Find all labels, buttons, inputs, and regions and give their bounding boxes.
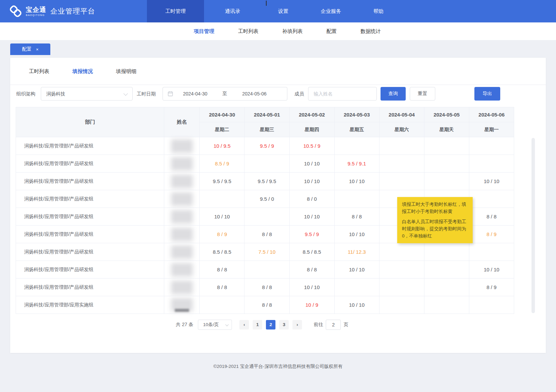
prev-page-button[interactable]: ‹	[239, 320, 249, 329]
main-nav: 工时管理通讯录设置企业服务帮助	[147, 0, 401, 22]
close-icon[interactable]: ×	[36, 47, 39, 52]
page-tab-config[interactable]: 配置 ×	[10, 43, 50, 55]
worktime-cell: 9.5 / 9.5	[245, 173, 289, 190]
table-row: 润扬科技/应用管理部/产品研发组8 / 88 / 810 / 1010 / 10	[16, 261, 514, 279]
blurred-name	[171, 228, 193, 241]
worktime-cell	[379, 261, 424, 279]
page-button-2[interactable]: 2	[266, 320, 275, 329]
nav-item-2[interactable]: 设置	[261, 0, 305, 22]
blurred-name-smudge	[175, 309, 189, 312]
copyright-footer: ©2019-2021 宝企通平台-深圳市吉祥信息科技有限公司版权所有	[0, 363, 556, 370]
goto-unit: 页	[343, 322, 348, 328]
brand: 宝企通 BAOQITONG	[8, 4, 46, 19]
name-cell	[164, 296, 200, 314]
date-start-value[interactable]: 2024-04-30	[173, 91, 217, 96]
table-scrollbar[interactable]	[532, 138, 535, 313]
total-count: 共 27 条	[176, 322, 193, 328]
worktime-cell	[379, 243, 424, 261]
member-label: 成员	[294, 87, 304, 101]
worktime-cell: 8.5 / 8.5	[289, 243, 334, 261]
export-button[interactable]: 导出	[474, 87, 500, 101]
department-cell: 润扬科技/应用管理部/产品研发组	[16, 261, 164, 279]
page-button-1[interactable]: 1	[253, 320, 262, 329]
rules-note-para1: 填报工时大于考勤时长标红，填报工时小于考勤时长标黄	[402, 201, 468, 215]
tab-0[interactable]: 工时列表	[29, 58, 49, 85]
department-cell: 润扬科技/应用管理部/产品研发组	[16, 190, 164, 208]
name-cell	[164, 261, 200, 279]
worktime-cell	[379, 296, 424, 314]
goto-page-input[interactable]	[326, 320, 341, 330]
weekday-column-header: 星期二	[200, 122, 245, 137]
reset-button[interactable]: 重置	[410, 87, 435, 101]
rules-note-para2: 白名单人员工时填报不受考勤工时规则影响，提交的考勤时间为0，不单独标红	[402, 218, 468, 239]
worktime-cell: 8 / 9	[200, 226, 245, 243]
nav-item-3[interactable]: 企业服务	[305, 0, 356, 22]
table-row: 润扬科技/应用管理部/产品研发组9.5 / 9.59.5 / 9.510 / 1…	[16, 173, 514, 190]
subnav-item-0[interactable]: 项目管理	[194, 22, 214, 40]
worktime-cell	[469, 190, 514, 208]
date-separator: 至	[217, 91, 232, 97]
tabs: 工时列表填报情况填报明细	[29, 58, 136, 85]
page-button-3[interactable]: 3	[279, 320, 289, 329]
org-select[interactable]: 润扬科技	[41, 87, 133, 101]
nav-item-4[interactable]: 帮助	[356, 0, 401, 22]
nav-item-1[interactable]: 通讯录	[204, 0, 261, 22]
worktime-cell: 10 / 10	[200, 208, 245, 226]
date-column-header: 2024-04-30	[200, 107, 245, 122]
department-column-header: 部门	[16, 107, 164, 137]
worktime-cell	[245, 155, 289, 173]
worktime-cell	[200, 190, 245, 208]
pager: ‹123›	[239, 320, 302, 329]
date-range-picker[interactable]: 2024-04-30 至 2024-05-06	[163, 87, 287, 101]
worktime-cell: 10 / 10	[289, 173, 334, 190]
worktime-cell: 8 / 8	[200, 279, 245, 296]
worktime-cell: 9.5 / 9.1	[334, 155, 379, 173]
weekday-column-header: 星期六	[379, 122, 424, 137]
member-name-input[interactable]	[308, 87, 377, 101]
top-navbar: 宝企通 BAOQITONG 企业管理平台 工时管理通讯录设置企业服务帮助	[0, 0, 556, 22]
weekday-column-header: 星期五	[334, 122, 379, 137]
table-row: 润扬科技/应用管理部/产品研发组8.5 / 910 / 109.5 / 9.1	[16, 155, 514, 173]
worktime-cell: 8 / 8	[245, 296, 289, 314]
nav-item-0[interactable]: 工时管理	[147, 0, 204, 22]
worktime-cell: 10 / 10	[334, 296, 379, 314]
search-button[interactable]: 查询	[381, 87, 406, 101]
weekday-column-header: 星期四	[289, 122, 334, 137]
subnav-item-4[interactable]: 数据统计	[360, 22, 381, 40]
department-cell: 润扬科技/应用管理部/产品研发组	[16, 208, 164, 226]
worktime-cell: 8 / 9	[469, 279, 514, 296]
worktime-cell: 8 / 9	[469, 226, 514, 243]
blurred-name	[171, 192, 193, 206]
weekday-column-header: 星期天	[424, 122, 469, 137]
worktime-cell	[334, 137, 379, 155]
blurred-name	[171, 175, 193, 188]
blurred-name	[171, 263, 193, 277]
subnav-item-1[interactable]: 工时列表	[238, 22, 258, 40]
goto-label: 前往	[314, 322, 323, 328]
worktime-cell	[379, 173, 424, 190]
worktime-cell	[469, 155, 514, 173]
filter-bar: 组织架构 润扬科技 工时日期 2024-04-30 至 2024-05-06 成…	[0, 87, 556, 101]
worktime-cell: 8.5 / 9	[200, 155, 245, 173]
subnav-item-2[interactable]: 补填列表	[282, 22, 303, 40]
logo-sub: BAOQITONG	[26, 14, 46, 16]
page-size-select[interactable]: 10条/页	[198, 320, 232, 330]
date-end-value[interactable]: 2024-05-06	[232, 91, 276, 96]
baoqitong-logo-icon	[8, 4, 23, 19]
weekday-column-header: 星期一	[469, 122, 514, 137]
next-page-button[interactable]: ›	[292, 320, 302, 329]
blurred-name	[171, 210, 193, 224]
secondary-nav: 项目管理工时列表补填列表配置数据统计	[0, 22, 556, 40]
worktime-cell	[379, 279, 424, 296]
subnav-item-3[interactable]: 配置	[326, 22, 337, 40]
name-column-header: 姓名	[164, 107, 200, 137]
date-column-header: 2024-05-02	[289, 107, 334, 122]
worktime-cell: 9.5 / 9.5	[200, 173, 245, 190]
worktime-cell	[424, 296, 469, 314]
weekday-column-header: 星期三	[245, 122, 289, 137]
tab-1[interactable]: 填报情况	[72, 58, 93, 85]
tab-2[interactable]: 填报明细	[116, 58, 136, 85]
department-cell: 润扬科技/应用管理部/应用实施组	[16, 296, 164, 314]
table-row: 润扬科技/应用管理部/产品研发组10 / 9.59.5 / 910.5 / 9	[16, 137, 514, 155]
worktime-cell	[424, 261, 469, 279]
